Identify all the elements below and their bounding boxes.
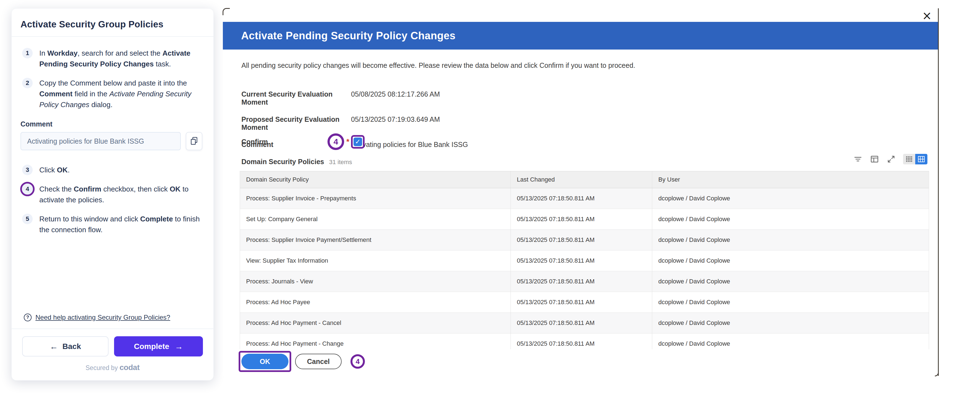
table-row: Process: Ad Hoc Payment - Cancel 05/13/2… [240, 313, 929, 334]
cancel-button[interactable]: Cancel [295, 354, 342, 369]
annotation-badge-4: 4 [328, 134, 344, 150]
table-row: Set Up: Company General 05/13/2025 07:18… [240, 209, 929, 230]
back-arrow-icon: ← [50, 342, 58, 351]
grid-view-toggle [903, 154, 928, 164]
codat-logo: codat [119, 363, 140, 372]
step-2-text: Copy the Comment below and paste it into… [39, 78, 205, 110]
copy-button[interactable] [186, 132, 202, 150]
column-header-last-changed: Last Changed [511, 171, 652, 188]
step-5: 5 Return to this window and click Comple… [19, 214, 206, 235]
table-row: Process: Supplier Invoice - Prepayments … [240, 188, 929, 209]
step-4-badge-highlighted: 4 [20, 182, 35, 196]
ok-button[interactable]: OK [242, 354, 288, 369]
annotation-badge-4: 4 [350, 354, 365, 369]
step-3-text: Click OK. [39, 165, 205, 175]
steps-list-2: 3 Click OK. 4 Check the Confirm checkbox… [12, 162, 213, 243]
ok-button-highlight: OK [239, 351, 291, 372]
dialog-buttons: OK Cancel 4 [239, 351, 365, 372]
domain-security-policies-table: Domain Security Policy Last Changed By U… [240, 171, 929, 349]
steps-list: 1 In Workday, search for and select the … [12, 37, 213, 118]
step-1-text: In Workday, search for and select the Ac… [39, 48, 205, 70]
comment-label: Comment [21, 120, 205, 128]
comment-input[interactable] [21, 132, 181, 150]
grid-item-count: 31 items [329, 159, 352, 166]
table-row: Process: Supplier Invoice Payment/Settle… [240, 230, 929, 250]
step-4: 4 Check the Confirm checkbox, then click… [19, 184, 206, 205]
step-2-badge: 2 [22, 78, 33, 88]
table-row: Process: Journals - View 05/13/2025 07:1… [240, 271, 929, 292]
guide-title: Activate Security Group Policies [21, 19, 205, 30]
field-current-moment: Current Security Evaluation Moment 05/08… [242, 90, 468, 106]
guide-panel: Activate Security Group Policies 1 In Wo… [11, 8, 214, 380]
guide-footer: ? Need help activating Security Group Po… [12, 313, 213, 380]
column-header-policy: Domain Security Policy [240, 171, 511, 188]
expand-grid-icon[interactable] [886, 154, 896, 164]
field-proposed-moment: Proposed Security Evaluation Moment 05/1… [242, 115, 468, 132]
table-header-row: Domain Security Policy Last Changed By U… [240, 171, 929, 188]
step-2: 2 Copy the Comment below and paste it in… [19, 78, 206, 110]
help-icon: ? [24, 313, 32, 321]
secured-by: Secured by codat [12, 356, 213, 380]
freeze-columns-icon[interactable] [870, 154, 879, 164]
step-3-badge: 3 [22, 165, 33, 175]
table-row: Process: Ad Hoc Payment - Change 05/13/2… [240, 334, 929, 349]
comment-row [21, 132, 202, 150]
complete-button[interactable]: Complete → [114, 336, 203, 356]
window-corner-top-left [223, 8, 230, 15]
grid-compact-view-button[interactable] [903, 154, 915, 164]
confirm-checkbox-highlight: ✓ [351, 135, 364, 149]
required-asterisk: * [346, 137, 349, 146]
copy-icon [190, 137, 198, 146]
filter-icon[interactable] [853, 154, 862, 164]
step-3: 3 Click OK. [19, 165, 206, 175]
forward-arrow-icon: → [175, 342, 183, 351]
step-1-badge: 1 [22, 48, 33, 58]
grid-title: Domain Security Policies [242, 158, 324, 166]
grid-expanded-view-button[interactable] [915, 154, 928, 164]
dialog-header: Activate Pending Security Policy Changes [223, 22, 938, 49]
close-icon[interactable]: × [922, 10, 932, 22]
grid-toolbar [853, 154, 928, 164]
confirm-label: Confirm [242, 138, 328, 146]
step-1: 1 In Workday, search for and select the … [19, 48, 206, 70]
confirm-checkbox[interactable]: ✓ [353, 138, 362, 146]
step-5-badge: 5 [22, 214, 33, 224]
help-row: ? Need help activating Security Group Po… [24, 313, 213, 321]
help-link[interactable]: Need help activating Security Group Poli… [35, 313, 170, 321]
dialog-title: Activate Pending Security Policy Changes [241, 30, 455, 42]
step-5-text: Return to this window and click Complete… [39, 214, 205, 235]
table-row: Process: Ad Hoc Payee 05/13/2025 07:18:5… [240, 292, 929, 313]
window-corner-bottom-right [935, 372, 939, 376]
step-4-text: Check the Confirm checkbox, then click O… [39, 184, 205, 205]
confirm-row: Confirm 4 * ✓ [242, 132, 364, 151]
back-button[interactable]: ← Back [22, 336, 108, 356]
dialog-intro: All pending security policy changes will… [242, 61, 635, 70]
column-header-by-user: By User [652, 171, 929, 188]
check-icon: ✓ [355, 138, 360, 146]
workday-dialog-window: × Activate Pending Security Policy Chang… [223, 8, 939, 376]
grid-title-row: Domain Security Policies 31 items [242, 158, 352, 166]
table-row: View: Supplier Tax Information 05/13/202… [240, 250, 929, 271]
footer-buttons: ← Back Complete → [12, 329, 213, 356]
